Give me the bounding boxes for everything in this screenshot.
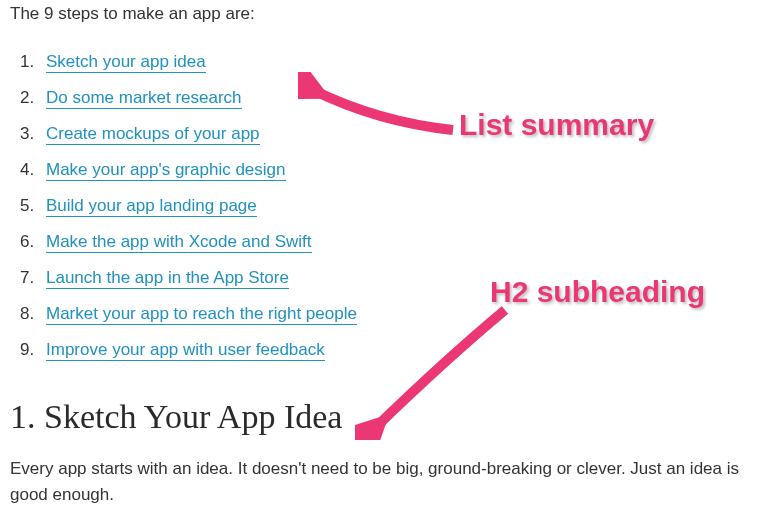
list-item: Sketch your app idea: [46, 44, 757, 80]
list-item: Improve your app with user feedback: [46, 332, 757, 368]
list-item: Make the app with Xcode and Swift: [46, 224, 757, 260]
section-heading: 1. Sketch Your App Idea: [10, 398, 757, 436]
step-link-7[interactable]: Launch the app in the App Store: [46, 268, 289, 289]
step-link-4[interactable]: Make your app's graphic design: [46, 160, 286, 181]
list-item: Make your app's graphic design: [46, 152, 757, 188]
list-item: Create mockups of your app: [46, 116, 757, 152]
section-body: Every app starts with an idea. It doesn'…: [10, 456, 757, 507]
step-link-5[interactable]: Build your app landing page: [46, 196, 257, 217]
step-link-6[interactable]: Make the app with Xcode and Swift: [46, 232, 312, 253]
list-item: Launch the app in the App Store: [46, 260, 757, 296]
list-item: Do some market research: [46, 80, 757, 116]
list-item: Build your app landing page: [46, 188, 757, 224]
steps-list: Sketch your app idea Do some market rese…: [46, 44, 757, 368]
step-link-9[interactable]: Improve your app with user feedback: [46, 340, 325, 361]
step-link-2[interactable]: Do some market research: [46, 88, 242, 109]
list-item: Market your app to reach the right peopl…: [46, 296, 757, 332]
step-link-1[interactable]: Sketch your app idea: [46, 52, 206, 73]
step-link-8[interactable]: Market your app to reach the right peopl…: [46, 304, 357, 325]
step-link-3[interactable]: Create mockups of your app: [46, 124, 260, 145]
intro-text: The 9 steps to make an app are:: [10, 4, 757, 24]
